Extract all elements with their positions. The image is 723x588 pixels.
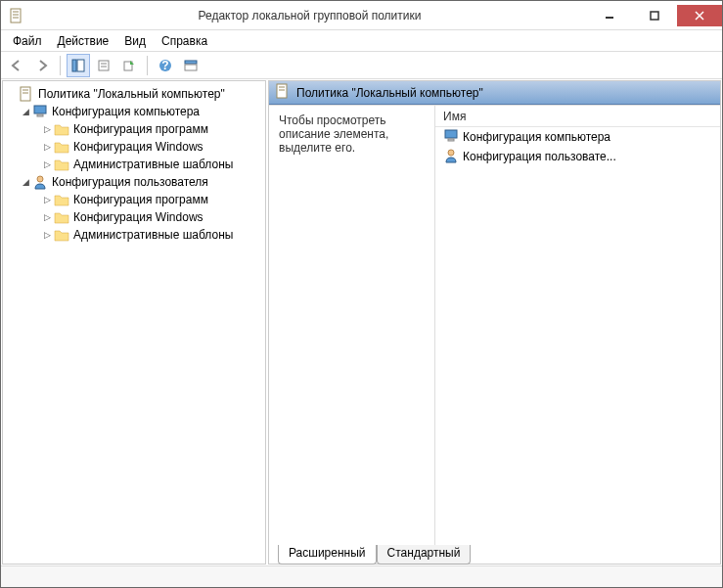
expander-icon[interactable]: ◢	[19, 107, 32, 116]
svg-rect-22	[37, 114, 43, 116]
menu-help[interactable]: Справка	[154, 32, 215, 50]
policy-icon	[275, 83, 291, 102]
tree-label: Административные шаблоны	[73, 228, 233, 242]
user-icon	[32, 174, 48, 190]
svg-rect-16	[185, 61, 197, 64]
tree-label: Политика "Локальный компьютер"	[38, 87, 225, 101]
folder-icon	[54, 192, 69, 207]
titlebar: Редактор локальной групповой политики	[1, 1, 722, 30]
properties-button[interactable]	[92, 54, 115, 77]
details-pane: Политика "Локальный компьютер" Чтобы про…	[268, 80, 721, 565]
svg-rect-27	[445, 130, 457, 138]
forward-button[interactable]	[30, 54, 54, 77]
expander-icon[interactable]: ▷	[40, 230, 54, 240]
tree-root[interactable]: Политика "Локальный компьютер"	[3, 85, 265, 103]
description-text: Чтобы просмотреть описание элемента, выд…	[279, 113, 425, 155]
tree-comp-windows[interactable]: ▷ Конфигурация Windows	[3, 138, 265, 156]
tree[interactable]: Политика "Локальный компьютер" ◢ Конфигу…	[3, 85, 265, 244]
list-item-label: Конфигурация компьютера	[463, 130, 610, 144]
svg-rect-17	[185, 65, 197, 70]
help-button[interactable]: ?	[154, 54, 177, 77]
svg-rect-18	[21, 87, 30, 101]
statusbar	[1, 565, 722, 587]
expander-icon[interactable]: ▷	[40, 212, 54, 222]
svg-rect-5	[651, 12, 658, 20]
tree-label: Конфигурация программ	[73, 122, 208, 136]
minimize-button[interactable]	[587, 5, 632, 26]
folder-icon	[54, 227, 69, 243]
tree-label: Конфигурация программ	[73, 193, 208, 206]
svg-point-23	[37, 176, 43, 182]
folder-icon	[54, 121, 69, 137]
svg-rect-10	[99, 61, 109, 70]
toolbar-separator	[147, 56, 148, 75]
menu-action[interactable]: Действие	[50, 32, 117, 50]
folder-icon	[54, 139, 69, 155]
list-column: Имя Конфигурация компьютера Конфигурация…	[435, 106, 720, 564]
tab-standard[interactable]: Стандартный	[377, 545, 472, 565]
expander-icon[interactable]: ▷	[40, 159, 54, 169]
svg-rect-0	[11, 9, 21, 23]
tab-extended[interactable]: Расширенный	[278, 545, 377, 565]
expander-icon[interactable]: ▷	[40, 124, 54, 134]
menu-file[interactable]: Файл	[5, 32, 50, 50]
expander-icon[interactable]: ▷	[40, 195, 54, 204]
filter-button[interactable]	[179, 54, 203, 77]
details-body: Чтобы просмотреть описание элемента, выд…	[269, 105, 720, 564]
column-header-name[interactable]: Имя	[435, 106, 720, 127]
tree-label: Конфигурация пользователя	[52, 175, 208, 189]
svg-rect-28	[448, 139, 454, 141]
window-controls	[587, 5, 722, 26]
svg-rect-9	[77, 60, 84, 71]
app-icon	[9, 8, 24, 23]
description-column: Чтобы просмотреть описание элемента, выд…	[269, 106, 435, 564]
tree-label: Административные шаблоны	[73, 158, 233, 171]
tree-user-windows[interactable]: ▷ Конфигурация Windows	[3, 208, 265, 226]
folder-icon	[54, 157, 69, 172]
policy-icon	[19, 86, 34, 102]
svg-text:?: ?	[161, 59, 168, 72]
menu-view[interactable]: Вид	[116, 32, 154, 50]
tree-label: Конфигурация компьютера	[52, 105, 200, 118]
tree-comp-admin[interactable]: ▷ Административные шаблоны	[3, 156, 265, 173]
list-item-label: Конфигурация пользовате...	[463, 150, 616, 163]
tree-pane: Политика "Локальный компьютер" ◢ Конфигу…	[2, 80, 266, 565]
tree-computer-config[interactable]: ◢ Конфигурация компьютера	[3, 103, 265, 120]
menubar: Файл Действие Вид Справка	[1, 30, 722, 52]
svg-rect-21	[34, 106, 46, 113]
svg-point-29	[448, 150, 454, 156]
toolbar-separator	[60, 56, 61, 75]
close-button[interactable]	[677, 5, 722, 26]
list-item-user-config[interactable]: Конфигурация пользовате...	[435, 147, 720, 166]
back-button[interactable]	[5, 54, 28, 77]
details-header: Политика "Локальный компьютер"	[269, 81, 720, 105]
view-tabs: Расширенный Стандартный	[278, 545, 471, 565]
expander-icon[interactable]: ◢	[19, 177, 32, 187]
maximize-button[interactable]	[632, 5, 677, 26]
content-area: Политика "Локальный компьютер" ◢ Конфигу…	[1, 79, 722, 565]
computer-icon	[443, 128, 459, 147]
svg-rect-24	[277, 84, 287, 98]
tree-user-admin[interactable]: ▷ Административные шаблоны	[3, 226, 265, 244]
tree-user-config[interactable]: ◢ Конфигурация пользователя	[3, 173, 265, 191]
tree-comp-software[interactable]: ▷ Конфигурация программ	[3, 120, 265, 138]
tree-label: Конфигурация Windows	[73, 140, 203, 154]
svg-rect-8	[72, 60, 76, 71]
details-header-text: Политика "Локальный компьютер"	[296, 86, 483, 100]
toolbar: ?	[1, 52, 722, 79]
user-icon	[443, 148, 459, 166]
folder-icon	[54, 209, 69, 225]
tree-label: Конфигурация Windows	[73, 210, 203, 224]
show-tree-button[interactable]	[67, 54, 90, 77]
export-button[interactable]	[117, 54, 141, 77]
list-item-computer-config[interactable]: Конфигурация компьютера	[435, 127, 720, 147]
computer-icon	[32, 104, 48, 119]
tree-user-software[interactable]: ▷ Конфигурация программ	[3, 191, 265, 208]
expander-icon[interactable]: ▷	[40, 142, 54, 152]
window-title: Редактор локальной групповой политики	[32, 9, 587, 23]
